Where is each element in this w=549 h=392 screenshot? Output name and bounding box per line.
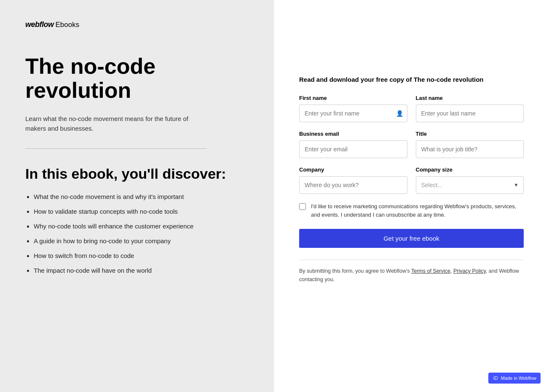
company-size-field-container: Company size Select... 1-10 11-50 51-200… (416, 166, 524, 194)
email-field-container: Business email (299, 131, 407, 158)
email-input[interactable] (299, 140, 407, 158)
list-item: A guide in how to bring no-code to your … (34, 236, 249, 245)
left-panel: webflow Ebooks The no-code revolution Le… (0, 0, 274, 392)
section-divider (25, 148, 206, 149)
company-row: Company Company size Select... 1-10 11-5… (299, 166, 524, 194)
marketing-checkbox[interactable] (299, 203, 306, 210)
list-item: How to switch from no-code to code (34, 251, 249, 260)
email-label: Business email (299, 131, 407, 137)
privacy-link[interactable]: Privacy Policy (453, 268, 486, 274)
legal-text: By submitting this form, you agree to We… (299, 267, 524, 284)
webflow-badge-icon (493, 375, 498, 381)
tos-link[interactable]: Terms of Service (411, 268, 450, 274)
logo-area: webflow Ebooks (25, 20, 249, 29)
company-input[interactable] (299, 176, 407, 194)
list-item: Why no-code tools will enhance the custo… (34, 222, 249, 231)
first-name-label: First name (299, 95, 407, 101)
last-name-field: Last name (416, 95, 524, 122)
form-heading: Read and download your free copy of The … (299, 76, 524, 83)
right-panel: Read and download your free copy of The … (274, 0, 549, 392)
list-item: How to validate startup concepts with no… (34, 207, 249, 216)
company-field-container: Company (299, 166, 407, 194)
legal-prefix: By submitting this form, you agree to We… (299, 268, 411, 274)
company-size-wrapper: Select... 1-10 11-50 51-200 201-500 501-… (416, 176, 524, 194)
marketing-checkbox-row: I'd like to receive marketing communicat… (299, 202, 524, 219)
marketing-checkbox-label[interactable]: I'd like to receive marketing communicat… (311, 202, 524, 219)
submit-button[interactable]: Get your free ebook (299, 229, 524, 248)
discover-title: In this ebook, you'll discover: (25, 166, 249, 182)
title-field-container: Title (416, 131, 524, 158)
subtitle: Learn what the no-code movement means fo… (25, 114, 206, 133)
logo-brand: webflow (25, 20, 54, 29)
last-name-label: Last name (416, 95, 524, 101)
first-name-field: First name 👤 (299, 95, 407, 122)
last-name-input[interactable] (416, 105, 524, 122)
logo-sub: Ebooks (56, 21, 80, 29)
form-bottom-divider (299, 260, 524, 260)
made-in-webflow-badge[interactable]: Made in Webflow (488, 373, 541, 384)
company-size-label: Company size (416, 166, 524, 173)
made-in-webflow-label: Made in Webflow (501, 376, 536, 381)
list-item: What the no-code movement is and why it'… (34, 192, 249, 201)
company-size-select[interactable]: Select... 1-10 11-50 51-200 201-500 501-… (416, 176, 524, 194)
main-title: The no-code revolution (25, 54, 249, 102)
title-input[interactable] (416, 140, 524, 158)
email-title-row: Business email Title (299, 131, 524, 158)
first-name-input[interactable] (299, 105, 407, 122)
title-label: Title (416, 131, 524, 137)
input-person-icon: 👤 (396, 110, 403, 117)
company-label: Company (299, 166, 407, 173)
first-name-wrapper: 👤 (299, 105, 407, 122)
legal-comma: , (450, 268, 453, 274)
discover-list: What the no-code movement is and why it'… (25, 192, 249, 281)
name-row: First name 👤 Last name (299, 95, 524, 122)
list-item: The impact no-code will have on the worl… (34, 266, 249, 275)
